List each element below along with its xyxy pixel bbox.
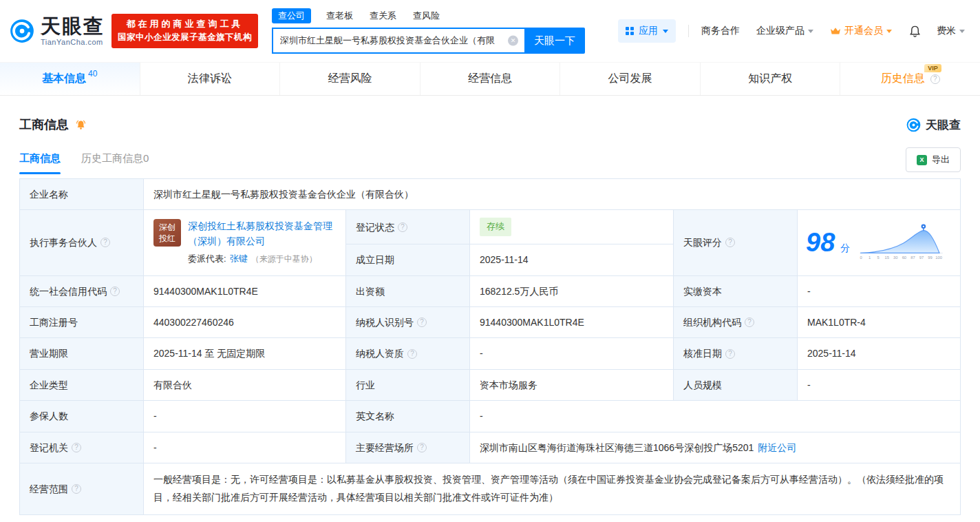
help-icon[interactable] [407, 349, 417, 359]
taxpayer-qualification-value-cell: - [470, 338, 674, 369]
search-tab-company[interactable]: 查公司 [272, 8, 311, 23]
search-tab-boss[interactable]: 查老板 [325, 8, 354, 23]
help-icon[interactable] [72, 443, 81, 452]
tianyancha-logo[interactable]: 天眼查 TianYanCha.com [10, 16, 105, 46]
business-scope-value-cell: 一般经营项目是：无，许可经营项目是：以私募基金从事股权投资、投资管理、资产管理等… [144, 463, 961, 515]
taxpayer-id-label-cell: 纳税人识别号 [346, 307, 470, 338]
tab-operating-risk[interactable]: 经营风险 [279, 63, 420, 95]
company-name-value: 深圳市红土星舰一号私募股权投资基金合伙企业（有限合伙） [153, 187, 414, 202]
taxpayer-qualification-value: - [480, 346, 483, 361]
registry-authority-value: - [153, 440, 157, 455]
taxpayer-qualification-label: 纳税人资质 [356, 346, 404, 361]
help-icon[interactable] [398, 222, 407, 232]
export-label: 导出 [932, 154, 950, 166]
subtab-business-info[interactable]: 工商信息 [19, 145, 61, 174]
help-icon[interactable] [745, 317, 754, 327]
search-button[interactable]: 天眼一下 [524, 28, 585, 54]
approval-date-label: 核准日期 [683, 346, 722, 361]
chevron-down-icon [808, 30, 813, 36]
help-icon[interactable] [417, 317, 427, 327]
org-code-value: MAK1L0TR-4 [807, 315, 866, 330]
table-row: 执行事务合伙人 深创投红 深创投红土私募股权投资基金管理（深圳）有限公司 委派代… [20, 210, 961, 275]
est-date-label-cell: 成立日期 [346, 244, 470, 275]
tab-company-development-label: 公司发展 [608, 72, 652, 86]
tianyancha-watermark: 天眼查 [906, 117, 961, 133]
help-icon[interactable] [930, 74, 940, 84]
help-icon[interactable] [72, 484, 81, 494]
svg-text:1: 1 [869, 256, 871, 260]
alarm-bell-icon[interactable] [75, 119, 87, 131]
help-icon[interactable] [725, 349, 735, 359]
search-tab-risk[interactable]: 查风险 [412, 8, 441, 23]
svg-text:15: 15 [885, 256, 889, 260]
tab-legal-proceedings-label: 法律诉讼 [188, 72, 232, 86]
bell-icon [908, 25, 922, 38]
search-input[interactable] [272, 28, 524, 54]
business-term-value: 2025-11-14 至 无固定期限 [153, 346, 265, 361]
tab-intellectual-property[interactable]: 知识产权 [700, 63, 840, 95]
business-scope-value: 一般经营项目是：无，许可经营项目是：以私募基金从事股权投资、投资管理、资产管理等… [153, 471, 950, 507]
score-unit: 分 [840, 240, 850, 255]
apps-label: 应用 [639, 25, 658, 37]
nearby-companies-link[interactable]: 附近公司 [758, 440, 796, 455]
org-code-value-cell: MAK1L0TR-4 [798, 307, 961, 338]
export-button[interactable]: 导出 [906, 147, 961, 172]
partner-info: 深创投红土私募股权投资基金管理（深圳）有限公司 委派代表: 张键 （来源于中基协… [188, 219, 336, 266]
search-tab-relation[interactable]: 查关系 [368, 8, 398, 23]
logo-domain: TianYanCha.com [41, 38, 105, 46]
english-name-value-cell: - [470, 401, 961, 432]
partner-value-cell: 深创投红 深创投红土私募股权投资基金管理（深圳）有限公司 委派代表: 张键 （来… [144, 210, 346, 275]
english-name-label: 英文名称 [356, 408, 394, 424]
business-scope-label-cell: 经营范围 [20, 463, 144, 515]
insured-count-label: 参保人数 [30, 408, 68, 424]
svg-text:99: 99 [928, 256, 933, 260]
tab-basic-info[interactable]: 基本信息 40 [0, 63, 140, 95]
tab-business-info[interactable]: 经营信息 [420, 63, 560, 95]
company-name-value-cell: 深圳市红土星舰一号私募股权投资基金合伙企业（有限合伙） [144, 179, 961, 210]
crown-icon [830, 27, 841, 35]
subtab-history-business-info[interactable]: 历史工商信息0 [81, 145, 149, 174]
credit-code-value: 91440300MAK1L0TR4E [153, 284, 258, 299]
paidin-capital-label-cell: 实缴资本 [674, 276, 798, 307]
representative-link[interactable]: 张键 [230, 252, 248, 267]
status-badge: 存续 [480, 218, 511, 236]
reg-number-value-cell: 440300227460246 [144, 307, 346, 338]
tab-company-development[interactable]: 公司发展 [560, 63, 700, 95]
tab-legal-proceedings[interactable]: 法律诉讼 [140, 63, 280, 95]
user-menu[interactable]: 费米 [937, 25, 965, 37]
paidin-capital-value-cell: - [798, 276, 961, 307]
business-site-label-cell: 主要经营场所 [346, 432, 470, 463]
business-site-label: 主要经营场所 [356, 440, 414, 455]
partner-representative: 委派代表: 张键 （来源于中基协） [188, 252, 336, 267]
business-term-value-cell: 2025-11-14 至 无固定期限 [144, 338, 346, 369]
tab-basic-info-label: 基本信息 [42, 72, 86, 86]
table-row: 经营范围 一般经营项目是：无，许可经营项目是：以私募基金从事股权投资、投资管理、… [20, 463, 961, 515]
enterprise-products-menu[interactable]: 企业级产品 [756, 25, 813, 37]
business-cooperation-link[interactable]: 商务合作 [701, 25, 740, 37]
industry-label: 行业 [356, 377, 375, 393]
english-name-label-cell: 英文名称 [346, 401, 470, 432]
score-distribution-chart: 0 1 5 15 30 60 87 97 99 100 [858, 223, 945, 262]
insured-count-label-cell: 参保人数 [20, 401, 144, 432]
open-vip-menu[interactable]: 开通会员 [830, 25, 892, 37]
notifications-button[interactable] [908, 25, 922, 38]
partner-company-link[interactable]: 深创投红土私募股权投资基金管理（深圳）有限公司 [188, 219, 336, 249]
reg-status-label-cell: 登记状态 [346, 210, 470, 244]
chevron-down-icon [959, 30, 965, 36]
tab-history-info-label: 历史信息 [881, 72, 925, 84]
est-date-value: 2025-11-14 [480, 252, 529, 267]
company-name-label: 企业名称 [30, 187, 68, 202]
search-tabs: 查公司 查老板 查关系 查风险 [272, 8, 585, 23]
help-icon[interactable] [417, 443, 427, 452]
header-right: 应用 商务合作 企业级产品 开通会员 费米 [618, 19, 965, 43]
apps-menu[interactable]: 应用 [618, 19, 676, 43]
help-icon[interactable] [110, 286, 120, 296]
help-icon[interactable] [725, 238, 735, 247]
partner-logo[interactable]: 深创投红 [153, 219, 181, 247]
tab-history-info[interactable]: 历史信息 VIP [840, 63, 980, 95]
clear-search-icon[interactable] [508, 36, 518, 46]
tianyancha-watermark-icon [906, 118, 921, 132]
excel-icon [917, 155, 927, 165]
help-icon[interactable] [100, 238, 110, 247]
company-nav-tabs: 基本信息 40 法律诉讼 经营风险 经营信息 公司发展 知识产权 历史信息 VI… [0, 62, 980, 96]
